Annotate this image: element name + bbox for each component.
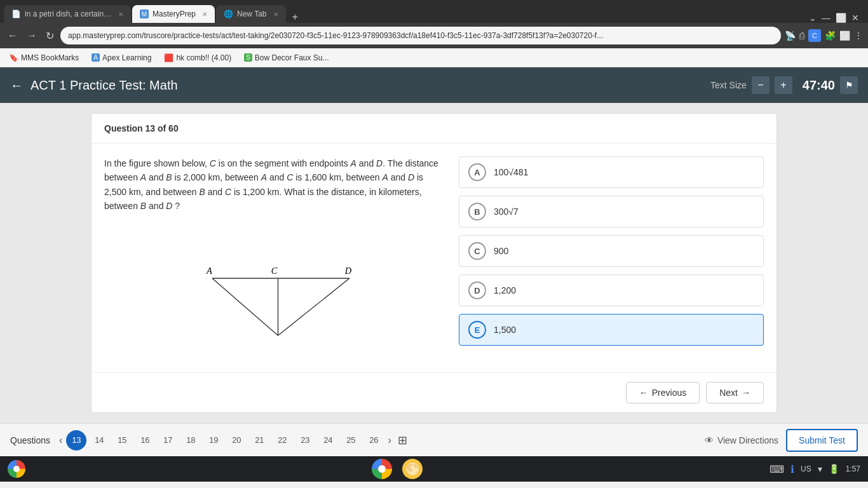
- bookmark-hk-label: hk comb!! (4.00): [176, 53, 231, 62]
- taskbar-center: 🌕: [25, 459, 770, 479]
- window-minimize-icon[interactable]: —: [822, 13, 831, 23]
- new-tab-button[interactable]: +: [287, 11, 303, 23]
- app-back-button[interactable]: ←: [10, 78, 23, 93]
- locale-display: US: [801, 464, 811, 473]
- option-text-c: 900: [494, 246, 508, 256]
- battery-icon[interactable]: 🔋: [829, 464, 839, 474]
- q-num-24[interactable]: 24: [318, 430, 338, 451]
- flag-button[interactable]: ⚑: [840, 76, 858, 94]
- answer-option-a[interactable]: A 100√481: [459, 156, 764, 188]
- tab-newtab[interactable]: 🌐 New Tab ✕: [216, 5, 285, 23]
- bookmark-hk[interactable]: 🟥 hk comb!! (4.00): [160, 52, 235, 64]
- text-size-decrease-button[interactable]: −: [752, 76, 770, 94]
- bookmark-bow-icon: S: [244, 53, 252, 62]
- bookmark-apex-label: Apex Learning: [102, 53, 151, 62]
- view-directions-label: View Directions: [717, 435, 778, 445]
- svg-line-6: [278, 278, 350, 336]
- forward-nav-button[interactable]: →: [24, 27, 39, 44]
- q-num-22[interactable]: 22: [272, 430, 292, 451]
- screen-cast-icon[interactable]: 📡: [785, 30, 796, 41]
- next-label: Next: [719, 388, 738, 398]
- q-num-13[interactable]: 13: [66, 430, 86, 451]
- clock-display: 1:57: [846, 464, 860, 473]
- question-number-list: 13 14 15 16 17 18 19 20 21 22 23 24 25 2…: [66, 430, 384, 451]
- tab-petri[interactable]: 📄 in a petri dish, a certain type of b ✕: [4, 5, 131, 23]
- tab-favicon-petri: 📄: [11, 10, 21, 18]
- app-taskbar-icon[interactable]: 🌕: [402, 459, 423, 479]
- option-text-e: 1,500: [494, 325, 516, 335]
- answer-option-e[interactable]: E 1,500: [459, 314, 764, 346]
- question-figure: A C D: [104, 226, 446, 353]
- wifi-icon[interactable]: ▾: [818, 464, 822, 474]
- text-size-increase-button[interactable]: +: [775, 76, 792, 94]
- svg-text:D: D: [344, 265, 352, 275]
- answer-options: A 100√481 B 300√7 C 900 D 1,200 E 1,50: [459, 156, 764, 360]
- q-num-25[interactable]: 25: [341, 430, 361, 451]
- previous-button[interactable]: ← Previous: [626, 382, 700, 403]
- reload-button[interactable]: ↻: [43, 27, 57, 44]
- question-body: In the figure shown below, C is on the s…: [92, 144, 776, 372]
- bookmark-apex[interactable]: A Apex Learning: [88, 52, 155, 64]
- menu-icon[interactable]: ⋮: [854, 30, 863, 41]
- taskbar: 🌕 ⌨ ℹ US ▾ 🔋 1:57: [0, 456, 868, 482]
- address-bar-input[interactable]: [60, 27, 781, 44]
- option-text-d: 1,200: [494, 285, 516, 295]
- chrome-os-icon[interactable]: [8, 460, 25, 478]
- extensions-icon[interactable]: C: [808, 29, 821, 42]
- questions-prev-arrow[interactable]: ‹: [55, 432, 66, 449]
- option-letter-b: B: [468, 203, 486, 220]
- submit-test-button[interactable]: Submit Test: [786, 429, 858, 452]
- tab-close-petri[interactable]: ✕: [118, 11, 123, 18]
- answer-option-d[interactable]: D 1,200: [459, 274, 764, 306]
- app-title: ACT 1 Practice Test: Math: [31, 78, 710, 93]
- bookmark-mms-icon: 🔖: [9, 53, 18, 62]
- tab-masteryprep[interactable]: M MasteryPrep ✕: [132, 5, 215, 23]
- answer-option-c[interactable]: C 900: [459, 235, 764, 267]
- window-close-icon[interactable]: ✕: [851, 13, 859, 23]
- bookmark-bow[interactable]: S Bow Decor Faux Su...: [240, 52, 332, 64]
- window-maximize-icon[interactable]: ⬜: [836, 13, 846, 23]
- view-directions-button[interactable]: 👁 View Directions: [705, 435, 778, 445]
- question-footer: ← Previous Next →: [92, 372, 776, 412]
- taskbar-left: [8, 460, 25, 478]
- eye-icon: 👁: [705, 435, 714, 445]
- q-num-16[interactable]: 16: [135, 430, 155, 451]
- tab-close-mastery[interactable]: ✕: [202, 11, 207, 18]
- tab-favicon-new: 🌐: [224, 10, 233, 18]
- answer-option-b[interactable]: B 300√7: [459, 196, 764, 227]
- puzzle-icon[interactable]: 🧩: [825, 30, 836, 41]
- question-left-panel: In the figure shown below, C is on the s…: [104, 156, 446, 360]
- prev-arrow-icon: ←: [639, 388, 648, 398]
- share-icon[interactable]: ⎙: [799, 30, 804, 41]
- tab-close-new[interactable]: ✕: [273, 11, 278, 18]
- question-text: In the figure shown below, C is on the s…: [104, 156, 446, 214]
- q-num-23[interactable]: 23: [295, 430, 315, 451]
- bookmark-mms-label: MMS BookMarks: [21, 53, 79, 62]
- text-size-label: Text Size: [710, 80, 747, 90]
- next-button[interactable]: Next →: [706, 382, 764, 403]
- tab-chevron-down-icon[interactable]: ⌄: [809, 13, 817, 23]
- prev-label: Previous: [652, 388, 686, 398]
- text-size-control: Text Size − +: [710, 76, 792, 94]
- q-num-19[interactable]: 19: [203, 430, 224, 451]
- grid-view-button[interactable]: ⊞: [398, 433, 407, 447]
- svg-text:C: C: [271, 265, 278, 275]
- chrome-taskbar-icon[interactable]: [372, 459, 392, 479]
- back-nav-button[interactable]: ←: [5, 27, 20, 44]
- bookmark-mms[interactable]: 🔖 MMS BookMarks: [5, 52, 83, 64]
- questions-next-arrow[interactable]: ›: [384, 432, 395, 449]
- bookmark-hk-icon: 🟥: [164, 53, 173, 62]
- q-num-26[interactable]: 26: [363, 430, 384, 451]
- keyboard-icon[interactable]: ⌨: [770, 463, 784, 475]
- q-num-20[interactable]: 20: [226, 430, 247, 451]
- profile-icon[interactable]: ⬜: [839, 30, 850, 41]
- q-num-17[interactable]: 17: [158, 430, 178, 451]
- info-icon[interactable]: ℹ: [790, 463, 794, 475]
- q-num-15[interactable]: 15: [112, 430, 132, 451]
- q-num-18[interactable]: 18: [180, 430, 201, 451]
- q-num-21[interactable]: 21: [249, 430, 269, 451]
- option-letter-e: E: [468, 321, 486, 339]
- timer-display: 47:40: [803, 78, 835, 93]
- question-number: Question 13 of 60: [104, 123, 179, 133]
- q-num-14[interactable]: 14: [89, 430, 109, 451]
